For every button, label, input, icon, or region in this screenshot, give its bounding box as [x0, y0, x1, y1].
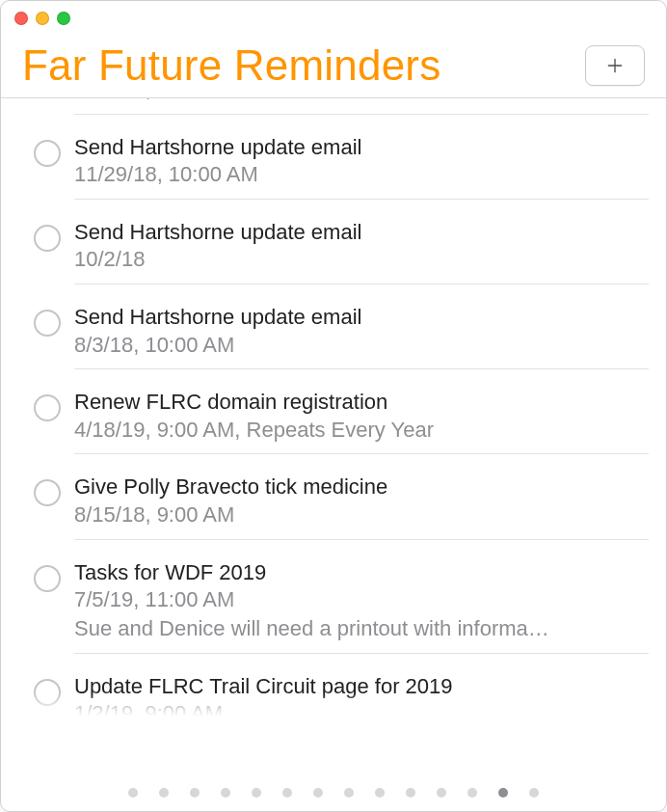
- reminder-title: Send Hartshorne update email: [74, 219, 649, 246]
- complete-checkbox[interactable]: [34, 140, 61, 167]
- page-dot[interactable]: [128, 788, 138, 798]
- plus-icon: [605, 56, 625, 75]
- zoom-window-button[interactable]: [57, 12, 70, 25]
- reminder-title: Send Hartshorne update email: [74, 304, 649, 331]
- page-dot[interactable]: [159, 788, 169, 798]
- page-dot[interactable]: [221, 788, 230, 798]
- page-dot[interactable]: [313, 788, 323, 798]
- page-dot[interactable]: [406, 788, 415, 798]
- reminder-title: Update FLRC Trail Circuit page for 2019: [74, 673, 649, 700]
- reminder-datetime: 11/29/18, 10:00 AM: [74, 160, 649, 189]
- reminder-title: Renew FLRC domain registration: [74, 389, 649, 416]
- reminder-row[interactable]: Give Polly Bravecto tick medicine8/15/18…: [1, 464, 666, 549]
- reminder-datetime: 8/3/18, 10:00 AM: [74, 331, 649, 360]
- reminder-title: Send Hartshorne update email: [74, 134, 649, 161]
- complete-checkbox[interactable]: [34, 394, 61, 421]
- complete-checkbox[interactable]: [34, 679, 61, 706]
- window-titlebar: [1, 1, 666, 28]
- reminder-row[interactable]: 1/11/19, 10:00 AM: [1, 97, 666, 124]
- page-dot[interactable]: [252, 788, 261, 798]
- page-dot[interactable]: [282, 788, 292, 798]
- reminder-title: Give Polly Bravecto tick medicine: [74, 474, 649, 501]
- reminder-note: Sue and Denice will need a printout with…: [74, 614, 649, 643]
- add-reminder-button[interactable]: [585, 45, 645, 86]
- page-dot[interactable]: [529, 788, 539, 798]
- page-dot[interactable]: [190, 788, 200, 798]
- complete-checkbox[interactable]: [34, 479, 61, 506]
- page-dot[interactable]: [437, 788, 446, 798]
- reminder-datetime: 10/2/18: [74, 245, 649, 274]
- reminder-row[interactable]: Renew FLRC domain registration4/18/19, 9…: [1, 379, 666, 464]
- reminder-datetime: 1/2/19, 9:00 AM: [74, 699, 649, 722]
- reminder-row[interactable]: Send Hartshorne update email8/3/18, 10:0…: [1, 294, 666, 379]
- reminder-datetime: 8/15/18, 9:00 AM: [74, 501, 649, 529]
- page-indicator[interactable]: [1, 788, 666, 798]
- page-dot[interactable]: [375, 788, 385, 798]
- page-dot[interactable]: [498, 788, 508, 798]
- reminder-row[interactable]: Update FLRC Trail Circuit page for 20191…: [1, 663, 666, 723]
- list-title: Far Future Reminders: [22, 41, 440, 90]
- reminder-title: Tasks for WDF 2019: [74, 559, 649, 586]
- header: Far Future Reminders: [1, 28, 666, 97]
- reminder-datetime: 4/18/19, 9:00 AM, Repeats Every Year: [74, 416, 649, 445]
- reminder-datetime: 1/11/19, 10:00 AM: [74, 97, 649, 104]
- close-window-button[interactable]: [14, 12, 28, 25]
- reminder-row[interactable]: Send Hartshorne update email11/29/18, 10…: [1, 124, 666, 209]
- complete-checkbox[interactable]: [34, 565, 61, 592]
- complete-checkbox[interactable]: [34, 225, 61, 252]
- minimize-window-button[interactable]: [36, 12, 49, 25]
- page-dot[interactable]: [467, 788, 477, 798]
- reminder-row[interactable]: Tasks for WDF 20197/5/19, 11:00 AMSue an…: [1, 550, 666, 663]
- reminder-row[interactable]: Send Hartshorne update email10/2/18: [1, 209, 666, 294]
- reminder-datetime: 7/5/19, 11:00 AM: [74, 585, 649, 614]
- page-dot[interactable]: [344, 788, 354, 798]
- reminders-list[interactable]: 1/11/19, 10:00 AMSend Hartshorne update …: [1, 97, 666, 722]
- complete-checkbox[interactable]: [34, 310, 61, 337]
